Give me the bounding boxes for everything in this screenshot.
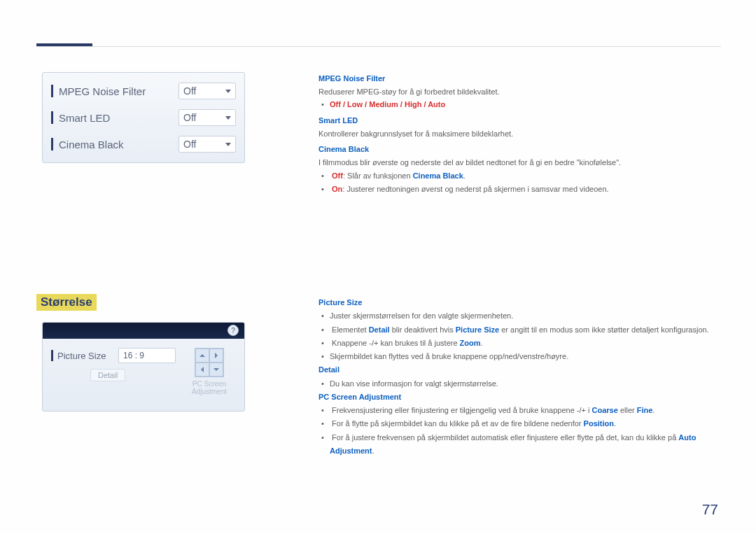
list-item: Off / Low / Medium / High / Auto: [330, 98, 706, 111]
pc-screen-adj-label: PC Screen Adjustment: [183, 380, 236, 395]
help-icon[interactable]: ?: [227, 325, 239, 336]
osd2-header: ?: [43, 323, 244, 338]
osd-dropdown[interactable]: Off: [178, 109, 236, 126]
heading-picturesize: Picture Size: [318, 296, 721, 309]
heading-detail: Detail: [318, 363, 721, 377]
osd-value: 16 : 9: [123, 351, 144, 360]
doc-section-noise: MPEG Noise Filter Reduserer MPEG-støy fo…: [318, 72, 706, 195]
osd-dropdown[interactable]: Off: [178, 136, 236, 153]
osd-row-mpeg[interactable]: MPEG Noise Filter Off: [43, 78, 244, 104]
cinema-on-keyword: On: [332, 185, 342, 193]
osd-value: Off: [183, 112, 196, 123]
chevron-down-icon: [225, 143, 231, 146]
chevron-down-icon: [225, 90, 231, 93]
osd-dropdown[interactable]: 16 : 9: [118, 348, 176, 363]
osd-value: Off: [183, 85, 196, 97]
heading-pcsa: PC Screen Adjustment: [318, 391, 721, 404]
options-mpeg: Off / Low / Medium / High / Auto: [330, 100, 445, 108]
heading-smartled: Smart LED: [318, 114, 706, 127]
page-header-rule: [36, 46, 721, 47]
osd-label: Cinema Black: [59, 139, 178, 150]
list-item: Off: Slår av funksjonen Cinema Black.: [330, 169, 706, 183]
osd-value: Off: [183, 139, 196, 150]
desc-cinema: I filmmodus blir øverste og nederste del…: [318, 156, 706, 169]
page-number: 77: [702, 501, 718, 518]
desc-smartled: Kontrollerer bakgrunnslyset for å maksim…: [318, 127, 706, 141]
section-title-storrelse: Størrelse: [36, 294, 97, 311]
osd-row-cinemablack[interactable]: Cinema Black Off: [43, 131, 244, 157]
chevron-down-icon: [225, 116, 231, 120]
heading-mpeg: MPEG Noise Filter: [318, 72, 706, 85]
list-item: On: Justerer nedtoningen øverst og neder…: [330, 183, 706, 196]
osd-dropdown[interactable]: Off: [178, 83, 236, 99]
list-item: Elementet Detail blir deaktivert hvis Pi…: [330, 323, 721, 337]
osd-panel-size: ? Picture Size 16 : 9 Detail PC Screen A…: [42, 322, 245, 412]
heading-cinema: Cinema Black: [318, 143, 706, 156]
row-marker-icon: [51, 138, 53, 150]
row-marker-icon: [51, 350, 53, 361]
osd-panel-noise: MPEG Noise Filter Off Smart LED Off Cine…: [42, 72, 245, 163]
detail-button[interactable]: Detail: [90, 369, 125, 381]
list-item: Juster skjermstørrelsen for den valgte s…: [330, 309, 721, 323]
list-item: For å justere frekvensen på skjermbildet…: [330, 431, 721, 458]
list-item: Skjermbildet kan flyttes ved å bruke kna…: [330, 350, 721, 363]
osd-row-smartled[interactable]: Smart LED Off: [43, 104, 244, 131]
row-marker-icon: [51, 111, 53, 124]
osd-label: Picture Size: [57, 351, 118, 361]
list-item: For å flytte på skjermbildet kan du klik…: [330, 417, 721, 430]
osd-label: MPEG Noise Filter: [59, 85, 178, 97]
position-grid-icon[interactable]: [195, 348, 224, 377]
osd-row-picturesize[interactable]: Picture Size 16 : 9: [51, 348, 176, 363]
doc-section-size: Picture Size Juster skjermstørrelsen for…: [318, 296, 721, 458]
cinema-off-keyword: Off: [332, 171, 343, 180]
list-item: Knappene -/+ kan brukes til å justere Zo…: [330, 337, 721, 350]
list-item: Du kan vise informasjon for valgt skjerm…: [330, 377, 721, 391]
row-marker-icon: [51, 85, 53, 97]
osd-label: Smart LED: [59, 112, 178, 124]
desc-mpeg: Reduserer MPEG-støy for å gi forbedret b…: [318, 85, 706, 99]
list-item: Frekvensjustering eller finjustering er …: [330, 404, 721, 417]
